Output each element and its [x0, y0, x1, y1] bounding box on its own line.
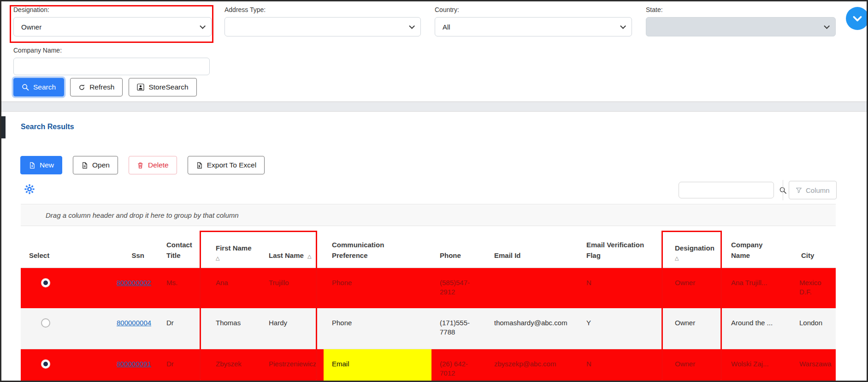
company-name-input[interactable]: [13, 58, 210, 75]
cell-company-name: Around the ...: [723, 308, 793, 349]
designation-label: Designation:: [13, 6, 212, 13]
cell-email-verification-flag: N: [578, 268, 667, 308]
toolbar-divider: [783, 180, 783, 200]
filter-funnel-icon: [796, 187, 802, 193]
col-header-select[interactable]: Select: [21, 231, 108, 268]
col-header-phone[interactable]: Phone: [431, 231, 486, 268]
refresh-button[interactable]: Refresh: [70, 78, 123, 96]
row-select-radio[interactable]: [41, 318, 50, 328]
state-select[interactable]: [646, 17, 836, 36]
table-row: 800000004 Dr Thomas Hardy Phone (171)555…: [21, 308, 836, 349]
cell-select: [21, 308, 108, 349]
cell-first-name: Thomas: [207, 308, 260, 349]
cell-contact-title: Dr: [158, 308, 207, 349]
cell-email-verification-flag: Y: [578, 308, 667, 349]
collapse-panel-button[interactable]: [846, 7, 868, 30]
cell-first-name: Ana: [207, 268, 260, 308]
designation-select-value: Owner: [21, 23, 41, 31]
col-header-first-name[interactable]: First Name △: [207, 231, 260, 268]
col-header-company-name[interactable]: Company Name: [723, 231, 793, 268]
cell-email-id: [486, 268, 578, 308]
sort-ascending-icon: △: [216, 255, 257, 261]
cell-phone: (26) 642-7012: [431, 349, 486, 382]
col-header-designation[interactable]: Designation △: [667, 231, 723, 268]
ssn-link[interactable]: 800000091: [117, 360, 151, 368]
cell-contact-title: Ms.: [158, 268, 207, 308]
col-header-city[interactable]: City: [793, 231, 836, 268]
search-button-label: Search: [33, 83, 56, 91]
cell-ssn: 800000004: [108, 308, 158, 349]
col-header-communication-preference[interactable]: Communication Preference: [324, 231, 431, 268]
col-header-last-name[interactable]: Last Name △: [260, 231, 324, 268]
results-table: Select Ssn Contact Title First Name △ La…: [21, 231, 836, 382]
cell-communication-preference: Phone: [324, 268, 431, 308]
chevron-down-icon: [620, 23, 626, 29]
filter-company-name: Company Name:: [13, 47, 210, 75]
cell-ssn: 800000002: [108, 268, 158, 308]
filter-actions: Search Refresh StoreSearch: [13, 78, 197, 96]
delete-button[interactable]: Delete: [129, 156, 177, 174]
cell-select: [21, 268, 108, 308]
grid-toolbar: New Open Delete Export To Excel: [20, 156, 265, 174]
cell-city: Mexico D.F.: [793, 268, 836, 308]
grid-search-box: [679, 182, 774, 198]
cell-company-name: Ana Trujill...: [723, 268, 793, 308]
results-section: Search Results New Open Delete Export To…: [1, 111, 867, 382]
cell-email-id: thomashardy@abc.com: [486, 308, 578, 349]
cell-email-id: zbyszekp@abc.com: [486, 349, 578, 382]
grid-search-input[interactable]: [679, 182, 779, 198]
ssn-link[interactable]: 800000004: [117, 319, 151, 327]
row-select-radio[interactable]: [41, 359, 50, 369]
state-label: State:: [646, 6, 836, 13]
ssn-link[interactable]: 800000002: [117, 279, 151, 286]
row-select-radio[interactable]: [41, 278, 50, 287]
cell-city: London: [793, 308, 836, 349]
store-search-button[interactable]: StoreSearch: [129, 78, 196, 96]
group-hint-text: Drag a column header and drop it here to…: [46, 211, 239, 219]
excel-file-icon: [196, 162, 203, 169]
group-by-drop-zone[interactable]: Drag a column header and drop it here to…: [21, 204, 836, 226]
search-button[interactable]: Search: [13, 78, 64, 96]
address-type-select[interactable]: [224, 17, 421, 36]
cell-communication-preference: Phone: [324, 308, 431, 349]
cell-last-name: Trujillo: [260, 268, 324, 308]
cell-company-name: Wolski Zaj...: [723, 349, 793, 382]
sort-ascending-icon: △: [307, 253, 311, 259]
col-header-contact-title[interactable]: Contact Title: [158, 231, 207, 268]
cell-phone: (171)555-7788: [431, 308, 486, 349]
cell-communication-preference: Email: [324, 349, 431, 382]
chevron-down-icon: [824, 23, 830, 29]
column-chooser-button[interactable]: Column: [789, 181, 837, 199]
refresh-button-label: Refresh: [89, 83, 114, 91]
open-button[interactable]: Open: [73, 156, 118, 174]
column-button-label: Column: [806, 186, 830, 194]
col-header-email-id[interactable]: Email Id: [486, 231, 578, 268]
table-row: 800000091 Dr Zbyszek Piestrzeniewicz Ema…: [21, 349, 836, 382]
col-header-email-verification-flag[interactable]: Email Verification Flag: [578, 231, 667, 268]
new-button[interactable]: New: [20, 156, 62, 174]
section-title: Search Results: [21, 123, 74, 131]
open-button-label: Open: [92, 161, 110, 169]
delete-button-label: Delete: [148, 161, 169, 169]
address-type-label: Address Type:: [224, 6, 421, 13]
open-document-icon: [81, 162, 88, 169]
sort-ascending-icon: △: [675, 255, 719, 261]
refresh-icon: [78, 84, 85, 91]
new-document-icon: [29, 162, 35, 169]
filter-designation: Designation: Owner: [13, 6, 212, 36]
cell-ssn: 800000091: [108, 349, 158, 382]
country-select[interactable]: All: [435, 17, 632, 36]
filter-state: State:: [646, 6, 836, 36]
export-to-excel-button[interactable]: Export To Excel: [188, 156, 265, 174]
grid-settings-gear-icon[interactable]: [24, 184, 35, 195]
col-header-ssn[interactable]: Ssn: [108, 231, 158, 268]
chevron-down-icon: [200, 23, 206, 29]
results-grid: Select Ssn Contact Title First Name △ La…: [21, 231, 836, 382]
table-row: 800000002 Ms. Ana Trujillo Phone (585)54…: [21, 268, 836, 308]
cell-city: Warszawa: [793, 349, 836, 382]
company-name-label: Company Name:: [13, 47, 210, 54]
cell-first-name: Zbyszek: [207, 349, 260, 382]
designation-select[interactable]: Owner: [13, 17, 212, 36]
cell-last-name: Hardy: [260, 308, 324, 349]
country-label: Country:: [435, 6, 632, 13]
